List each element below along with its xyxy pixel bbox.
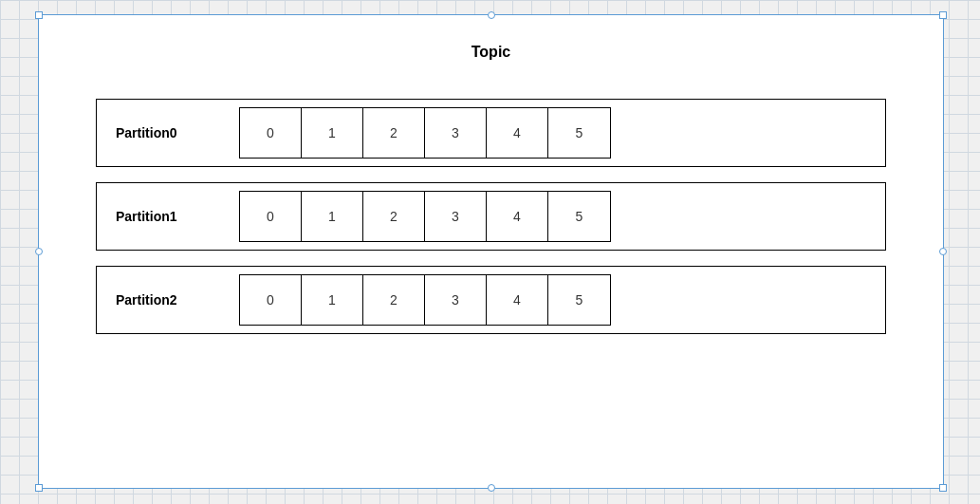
segment-partition2-2: 2 bbox=[363, 275, 425, 325]
segments-box-partition1: 012345 bbox=[239, 191, 611, 242]
handle-top-right[interactable] bbox=[939, 11, 947, 19]
handle-left-mid[interactable] bbox=[35, 248, 43, 255]
handle-top-left[interactable] bbox=[35, 11, 43, 19]
segment-partition1-2: 2 bbox=[363, 192, 425, 241]
segment-partition2-1: 1 bbox=[302, 275, 363, 325]
segment-partition0-5: 5 bbox=[548, 108, 610, 158]
segment-partition0-4: 4 bbox=[487, 108, 548, 158]
partition-row-partition1: Partition1012345 bbox=[96, 182, 886, 251]
segment-partition0-1: 1 bbox=[302, 108, 363, 158]
segment-partition2-5: 5 bbox=[548, 275, 610, 325]
segment-partition2-4: 4 bbox=[487, 275, 548, 325]
canvas-area: Topic Partition0012345Partition1012345Pa… bbox=[38, 14, 944, 489]
partition-label-partition1: Partition1 bbox=[97, 209, 239, 224]
segment-partition1-4: 4 bbox=[487, 192, 548, 241]
partitions-container: Partition0012345Partition1012345Partitio… bbox=[39, 80, 943, 353]
segment-partition0-3: 3 bbox=[425, 108, 487, 158]
topic-title: Topic bbox=[39, 15, 943, 80]
partition-row-partition2: Partition2012345 bbox=[96, 266, 886, 334]
segment-partition1-5: 5 bbox=[548, 192, 610, 241]
handle-bottom-left[interactable] bbox=[35, 484, 43, 492]
partition-label-partition0: Partition0 bbox=[97, 125, 239, 140]
handle-bottom-mid[interactable] bbox=[488, 484, 495, 492]
segment-partition2-3: 3 bbox=[425, 275, 487, 325]
handle-right-mid[interactable] bbox=[939, 248, 947, 255]
partition-label-partition2: Partition2 bbox=[97, 292, 239, 308]
partition-row-partition0: Partition0012345 bbox=[96, 99, 886, 167]
segments-box-partition0: 012345 bbox=[239, 107, 611, 159]
segments-box-partition2: 012345 bbox=[239, 274, 611, 326]
segment-partition1-3: 3 bbox=[425, 192, 487, 241]
segment-partition2-0: 0 bbox=[240, 275, 302, 325]
handle-bottom-right[interactable] bbox=[939, 484, 947, 492]
segment-partition0-0: 0 bbox=[240, 108, 302, 158]
segment-partition1-1: 1 bbox=[302, 192, 363, 241]
segment-partition0-2: 2 bbox=[363, 108, 425, 158]
segment-partition1-0: 0 bbox=[240, 192, 302, 241]
handle-top-mid[interactable] bbox=[488, 11, 495, 19]
